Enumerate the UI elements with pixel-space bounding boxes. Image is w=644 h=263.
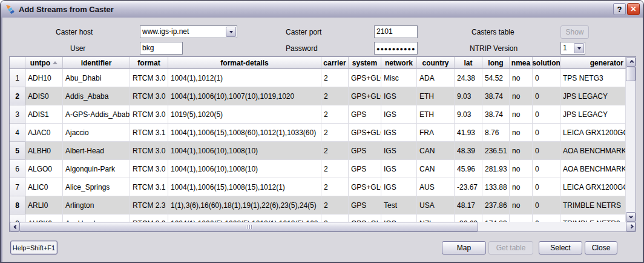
cell-lat[interactable]: 48.39: [455, 142, 482, 160]
cell-country[interactable]: USA: [417, 196, 455, 215]
cell-country[interactable]: CAN: [417, 160, 455, 178]
caster-port-field[interactable]: 2101: [374, 25, 418, 38]
map-button[interactable]: Map: [442, 241, 486, 255]
cell-nmea[interactable]: no: [510, 105, 533, 124]
row-header[interactable]: 6: [10, 160, 25, 178]
cell-identifier[interactable]: Arlington: [63, 196, 130, 215]
titlebar-help-button[interactable]: ?: [613, 3, 626, 15]
cell-carrier[interactable]: 2: [321, 124, 349, 142]
cell-country[interactable]: CAN: [417, 142, 455, 160]
cell-system[interactable]: GPS: [349, 160, 381, 178]
cell-carrier[interactable]: 2: [321, 178, 349, 196]
cell-solution[interactable]: 0: [533, 124, 560, 142]
cell-lat[interactable]: 24.38: [455, 69, 482, 87]
vertical-scrollbar[interactable]: [626, 57, 636, 222]
cell-system[interactable]: GPS: [349, 105, 381, 124]
cell-format-details[interactable]: 1004(1),1006(15),1008(15),1012(1): [168, 178, 321, 196]
row-header[interactable]: 2: [10, 87, 25, 105]
cell-lat[interactable]: -23.67: [455, 178, 482, 196]
cell-generator[interactable]: JPS LEGACY: [560, 105, 626, 124]
cell-long[interactable]: 174.83: [482, 215, 510, 222]
cell-system[interactable]: GPS+GLO: [349, 178, 381, 196]
cell-system[interactable]: GPS+GLO: [349, 87, 381, 105]
cell-lat[interactable]: 9.03: [455, 87, 482, 105]
row-header[interactable]: 9: [10, 215, 25, 222]
cell-mountpoint[interactable]: AJAC0: [25, 124, 63, 142]
cell-carrier[interactable]: 2: [321, 87, 349, 105]
title-bar[interactable]: Add Streams from Caster ? ✕: [1, 1, 643, 18]
row-header[interactable]: 3: [10, 105, 25, 124]
row-header[interactable]: 4: [10, 124, 25, 142]
cell-lat[interactable]: -36.60: [455, 215, 482, 222]
cell-format[interactable]: RTCM 3.0: [130, 142, 168, 160]
password-field[interactable]: ●●●●●●●●●●: [374, 42, 418, 55]
cell-format-details[interactable]: 1019(5),1020(5): [168, 105, 321, 124]
column-header-nmea[interactable]: nmea: [510, 57, 533, 69]
cell-format[interactable]: RTCM 3.1: [130, 124, 168, 142]
cell-country[interactable]: FRA: [417, 124, 455, 142]
cell-nmea[interactable]: no: [510, 87, 533, 105]
cell-long[interactable]: 236.51: [482, 142, 510, 160]
cell-format[interactable]: RTCM 3.0: [130, 215, 168, 222]
cell-long[interactable]: 281.93: [482, 160, 510, 178]
column-header-carrier[interactable]: carrier: [321, 57, 349, 69]
cell-solution[interactable]: 0: [533, 142, 560, 160]
cell-identifier[interactable]: Alice_Springs: [63, 178, 130, 196]
cell-lat[interactable]: 41.93: [455, 124, 482, 142]
close-button[interactable]: Close: [585, 241, 617, 255]
cell-long[interactable]: 38.74: [482, 87, 510, 105]
cell-format-details[interactable]: 1004(1),1006(15),1008(60),1012(1),1033(6…: [168, 124, 321, 142]
get-table-button[interactable]: Get table: [488, 241, 533, 255]
cell-long[interactable]: 54.52: [482, 69, 510, 87]
cell-carrier[interactable]: 2: [321, 160, 349, 178]
column-header-country[interactable]: country: [417, 57, 455, 69]
cell-network[interactable]: IGS: [381, 160, 417, 178]
cell-format-details[interactable]: 1004(1),1012(1): [168, 69, 321, 87]
cell-nmea[interactable]: no: [510, 142, 533, 160]
cell-generator[interactable]: TRIMBLE NETRS: [560, 196, 626, 215]
scroll-down-icon[interactable]: [626, 212, 636, 222]
cell-mountpoint[interactable]: AUCK0: [25, 215, 63, 222]
cell-network[interactable]: IGS: [381, 87, 417, 105]
cell-generator[interactable]: AOA BENCHMARK: [560, 160, 626, 178]
cell-system[interactable]: GPS+GLO: [349, 69, 381, 87]
cell-network[interactable]: IGS: [381, 105, 417, 124]
cell-network[interactable]: Misc: [381, 69, 417, 87]
table-corner-header[interactable]: [10, 57, 25, 69]
cell-generator[interactable]: LEICA GRX1200GG: [560, 124, 626, 142]
cell-network[interactable]: IGS: [381, 215, 417, 222]
cell-mountpoint[interactable]: ARLI0: [25, 196, 63, 215]
cell-generator[interactable]: TRIMBLE NETR9: [560, 215, 626, 222]
cell-carrier[interactable]: 2: [321, 105, 349, 124]
cell-country[interactable]: NZL: [417, 215, 455, 222]
cell-country[interactable]: AUS: [417, 178, 455, 196]
cell-format-details[interactable]: 1004(1),1006(10),1008(10): [168, 160, 321, 178]
cell-network[interactable]: IGS: [381, 124, 417, 142]
cell-system[interactable]: GPS: [349, 196, 381, 215]
help-hint-button[interactable]: Help=Shift+F1: [10, 241, 58, 255]
cell-system[interactable]: GPS+GLO: [349, 124, 381, 142]
cell-identifier[interactable]: Abu_Dhabi: [63, 69, 130, 87]
cell-solution[interactable]: 0: [533, 87, 560, 105]
cell-format-details[interactable]: 1(1),3(6),16(60),18(1),19(1),22(6),23(5)…: [168, 196, 321, 215]
show-button[interactable]: Show: [560, 25, 589, 39]
cell-mountpoint[interactable]: ALBH0: [25, 142, 63, 160]
row-header[interactable]: 5: [10, 142, 25, 160]
column-header-generator[interactable]: generator: [560, 57, 626, 69]
cell-lat[interactable]: 45.96: [455, 160, 482, 178]
row-header[interactable]: 8: [10, 196, 25, 215]
cell-mountpoint[interactable]: ADIS1: [25, 105, 63, 124]
cell-identifier[interactable]: Algonquin-Park: [63, 160, 130, 178]
row-header[interactable]: 7: [10, 178, 25, 196]
cell-carrier[interactable]: 2: [321, 215, 349, 222]
cell-solution[interactable]: 0: [533, 105, 560, 124]
cell-country[interactable]: ETH: [417, 105, 455, 124]
cell-system[interactable]: GPS+GLO: [349, 215, 381, 222]
select-button[interactable]: Select: [539, 241, 582, 255]
cell-identifier[interactable]: Addis_Ababa: [63, 87, 130, 105]
caster-host-dropdown-icon[interactable]: [226, 27, 236, 37]
cell-network[interactable]: IGS: [381, 142, 417, 160]
horizontal-scrollbar[interactable]: [10, 222, 636, 231]
cell-nmea[interactable]: no: [510, 69, 533, 87]
cell-mountpoint[interactable]: ALGO0: [25, 160, 63, 178]
